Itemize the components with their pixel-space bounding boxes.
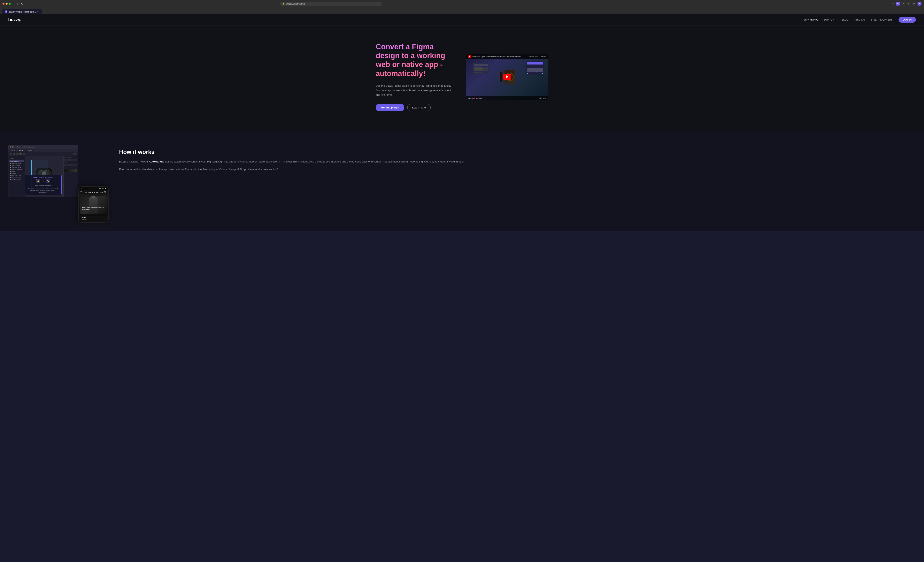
spacer [528, 73, 542, 74]
user-profile-avatar[interactable]: N [917, 2, 921, 6]
browser-tab-bar: B Buzzy Plugin: Health app... ✕ [0, 8, 924, 14]
phone-home-label[interactable]: Home [80, 216, 106, 219]
figma-window-dots [10, 146, 14, 147]
youtube-brand: ▶ [474, 97, 476, 99]
figma-prop-row [64, 159, 77, 161]
video-timestamp: 3:24 / 11:38 [539, 98, 546, 99]
back-button[interactable]: ‹ [12, 2, 15, 6]
automarkup-arrow-icon: → [42, 180, 44, 183]
video-progress-bar[interactable] [483, 98, 538, 98]
figma-properties-panel: Position Size Fill [63, 156, 78, 197]
layer-name: Meal Review & Disc... [12, 175, 21, 176]
phone-workout-label[interactable]: Workout [80, 219, 106, 222]
figma-layer-item[interactable]: Edit Markdown [9, 160, 24, 162]
figma-tab-inspect[interactable]: Inspect [26, 150, 33, 152]
extension-grid-icon[interactable]: ⊞ [912, 2, 916, 6]
search-icon[interactable]: 🔍 [104, 191, 106, 193]
signal-icon: ▶▶ [99, 188, 101, 189]
layer-color-dot [10, 173, 11, 174]
phone-app-header: ☰ HEALTHY PEOPLE 🔍 [79, 190, 108, 194]
layer-color-dot [10, 167, 11, 168]
video-figma-left-panel [473, 63, 489, 74]
forward-button[interactable]: › [16, 2, 19, 6]
hero-section: Convert a Figma design to a working web … [0, 26, 924, 132]
star-icon[interactable]: ☆ [891, 2, 894, 5]
figma-layer-item[interactable]: Meal Review & Disc... [9, 174, 24, 177]
panel-row [474, 71, 489, 71]
video-actions: Watch later Share [529, 56, 546, 58]
refresh-button[interactable]: ↻ [20, 2, 24, 6]
figma-text-tool[interactable]: T [20, 153, 22, 155]
hero-heading-text: Convert a Figma design to a working web … [376, 42, 445, 78]
tab-close-button[interactable]: ✕ [37, 11, 39, 13]
watch-later-button[interactable]: Watch later [529, 56, 538, 58]
layer-name: Share Meal Recipe [12, 167, 21, 168]
login-button[interactable]: LOG IN [898, 17, 916, 23]
figma-h-input[interactable] [71, 164, 77, 166]
figma-layer-item[interactable]: Share Meal Recipe [9, 162, 24, 164]
figma-max-dot [14, 146, 14, 147]
minimize-window-button[interactable] [6, 3, 8, 5]
extension-help-icon[interactable]: ? [902, 2, 905, 6]
hamburger-icon[interactable]: ☰ [80, 191, 82, 193]
figma-layer-item[interactable]: Success [9, 173, 24, 174]
nav-pricing[interactable]: PRICING [854, 18, 865, 21]
automarkup-wand-icon: ✨ [36, 179, 40, 183]
active-tab[interactable]: B Buzzy Plugin: Health app... ✕ [2, 9, 42, 14]
extension-add-icon[interactable]: ⊕ [907, 2, 910, 6]
close-window-button[interactable] [3, 3, 4, 5]
para1-after: feature automatically converts your Figm… [164, 160, 464, 163]
phone-notch-bar: 9:41 ▶▶ WiFi 🔋 [79, 187, 108, 190]
figma-frame-tool[interactable]: □ [13, 153, 15, 155]
learn-more-button[interactable]: Learn more [407, 104, 430, 111]
hero-heading: Convert a Figma design to a working web … [376, 42, 454, 78]
share-button[interactable]: Share [541, 56, 546, 58]
panel-row [474, 67, 483, 68]
figma-zoom-tool[interactable]: + [23, 153, 25, 155]
logo-text: buzzy [8, 17, 20, 22]
figma-tab-assets[interactable]: Assets [18, 150, 25, 152]
address-bar[interactable]: 🔒 buzzy.buzz/figma [280, 2, 382, 6]
para1-bold: AI AutoMarkup [146, 160, 164, 163]
figma-layer-item[interactable]: Share - Success [9, 164, 24, 166]
play-button[interactable] [503, 74, 511, 80]
figma-window-title: Buzzy Plugin: Health app... [17, 146, 34, 148]
tab-favicon: B [5, 11, 8, 13]
figma-move-tool[interactable]: ↖ [10, 153, 12, 155]
figma-layer-item[interactable]: Meal Review & Disc... [9, 177, 24, 179]
get-plugin-button[interactable]: Get the plugin [376, 104, 404, 111]
figma-w-input[interactable] [64, 164, 70, 166]
site-logo[interactable]: buzzy. [8, 17, 21, 23]
figma-layer-item[interactable]: Share Meal Recipe [9, 166, 24, 168]
figma-fill-preview[interactable] [64, 169, 77, 172]
video-thumbnail [466, 54, 548, 100]
mobile-phone-mockup: 9:41 ▶▶ WiFi 🔋 ☰ HEALTHY PEOPLE 🔍 [78, 186, 109, 223]
window-controls [3, 3, 10, 5]
layer-name: Share to Community [12, 169, 22, 170]
figma-tab-pages[interactable]: Pages [10, 150, 16, 152]
extension-buzzy-icon[interactable]: B [896, 2, 900, 6]
nav-support[interactable]: SUPPORT [824, 18, 836, 21]
figma-prop-section-fill: Fill [64, 167, 77, 172]
panel-row [474, 68, 489, 69]
maximize-window-button[interactable] [9, 3, 10, 5]
nav-blog[interactable]: BLOG [842, 18, 849, 21]
phone-brand-name: HEALTHY PEOPLE [83, 191, 104, 193]
phone-hero-credit: — Pablo Picasso, Visual Artist [82, 211, 105, 213]
handle [542, 73, 543, 74]
nav-special-offers[interactable]: SPECIAL OFFERS [871, 18, 892, 21]
figma-layer-item[interactable]: Meal Recipe Detail [9, 179, 24, 181]
panel-row [474, 72, 483, 72]
nav-ai-figma[interactable]: AI + FIGMA [804, 18, 818, 21]
video-wrapper[interactable]: ▶ First Look: Figma First Draft to a Wor… [466, 54, 548, 100]
how-it-works-para1: Buzzy's powerful new AI AutoMarkup featu… [119, 159, 916, 164]
figma-pen-tool[interactable]: ✒ [16, 153, 19, 155]
tab-title: Buzzy Plugin: Health app... [9, 11, 36, 13]
figma-y-input[interactable] [71, 159, 77, 161]
figma-layer-item[interactable]: How To [9, 170, 24, 173]
video-top-bar: ▶ First Look: Figma First Draft to a Wor… [466, 54, 548, 59]
phone-text-block [501, 79, 501, 80]
figma-prop-header: Position [64, 157, 77, 158]
figma-layer-item[interactable]: Share to Community [9, 168, 24, 170]
figma-x-input[interactable] [64, 159, 70, 161]
